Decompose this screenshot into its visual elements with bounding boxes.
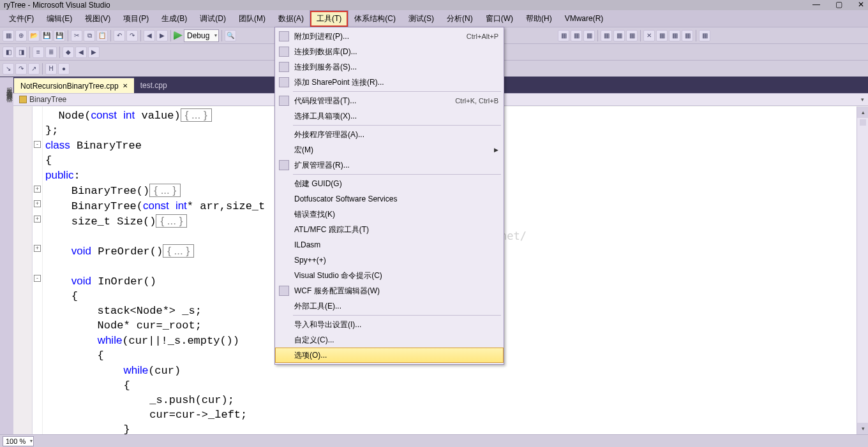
menu-vmwarer[interactable]: VMware(R) — [558, 11, 610, 26]
breakpoint-icon[interactable]: ● — [58, 63, 70, 75]
menu-item[interactable]: 外部工具(E)... — [275, 298, 504, 314]
comment-icon[interactable]: ≡ — [33, 47, 44, 58]
close-button[interactable] — [858, 0, 864, 9]
uncomment-icon[interactable]: ≣ — [45, 47, 57, 58]
fold-toggle[interactable]: + — [34, 216, 41, 223]
scroll-down-icon[interactable]: ▾ — [857, 423, 868, 434]
menu-item[interactable]: Dotfuscator Software Services — [275, 191, 504, 207]
tool-icon[interactable]: ✕ — [643, 30, 655, 41]
tab-test-cpp[interactable]: test.cpp — [134, 78, 174, 93]
menu-item-label: 代码段管理器(T)... — [294, 96, 356, 106]
menu-item[interactable]: 添加 SharePoint 连接(R)... — [275, 75, 504, 90]
new-project-icon[interactable]: ▦ — [3, 30, 14, 41]
step-out-icon[interactable]: ↗ — [28, 63, 40, 75]
menu-数据a[interactable]: 数据(A) — [272, 11, 310, 27]
save-icon[interactable]: 💾 — [41, 30, 52, 41]
tool-icon[interactable]: ▦ — [699, 30, 710, 41]
menu-item[interactable]: Spy++(+) — [275, 253, 504, 268]
fold-toggle[interactable]: - — [34, 141, 41, 148]
tool-icon[interactable]: ▦ — [583, 30, 595, 41]
tool-icon[interactable]: ▦ — [613, 30, 625, 41]
menu-团队m[interactable]: 团队(M) — [232, 11, 272, 27]
menu-item[interactable]: ILDasm — [275, 237, 504, 253]
tool-icon[interactable]: ▦ — [682, 30, 693, 41]
indent-more-icon[interactable]: ◨ — [15, 47, 27, 58]
nav-back-icon[interactable]: ◀ — [144, 30, 155, 41]
paste-icon[interactable]: 📋 — [96, 30, 108, 41]
menu-帮助h[interactable]: 帮助(H) — [520, 11, 558, 27]
menu-视图v[interactable]: 视图(V) — [79, 11, 117, 27]
menu-item[interactable]: 连接到服务器(S)... — [275, 59, 504, 75]
menu-调试d[interactable]: 调试(D) — [193, 11, 232, 27]
menu-工具t[interactable]: 工具(T) — [310, 11, 348, 27]
menu-item[interactable]: 选项(O)... — [275, 348, 504, 363]
separator — [29, 47, 30, 58]
menu-文件f[interactable]: 文件(F) — [3, 11, 40, 27]
vertical-scrollbar[interactable]: ▴ ▾ — [857, 106, 868, 434]
start-debug-icon[interactable] — [174, 31, 183, 40]
menu-item[interactable]: 扩展管理器(R)... — [275, 158, 504, 173]
add-icon[interactable]: ⊕ — [15, 30, 27, 41]
bookmark-next-icon[interactable]: ▶ — [88, 47, 100, 58]
menu-测试s[interactable]: 测试(S) — [402, 11, 440, 27]
zoom-dropdown[interactable]: 100 % — [3, 436, 34, 446]
fold-toggle[interactable]: + — [34, 200, 41, 207]
menu-item[interactable]: 选择工具箱项(X)... — [275, 108, 504, 124]
menu-体系结构c[interactable]: 体系结构(C) — [348, 11, 402, 27]
copy-icon[interactable]: ⧉ — [84, 30, 95, 41]
step-in-icon[interactable]: ↘ — [3, 63, 14, 75]
menu-item[interactable]: 宏(M)▶ — [275, 142, 504, 158]
save-all-icon[interactable]: 💾 — [54, 30, 65, 41]
scroll-up-icon[interactable]: ▴ — [857, 106, 868, 118]
menu-item[interactable]: 附加到进程(P)...Ctrl+Alt+P — [275, 29, 504, 44]
fold-toggle[interactable]: + — [34, 186, 41, 193]
menu-item[interactable]: 导入和导出设置(I)... — [275, 317, 504, 332]
open-icon[interactable]: 📂 — [28, 30, 40, 41]
fold-column: -++++- — [33, 106, 43, 434]
menu-item[interactable]: 外接程序管理器(A)... — [275, 127, 504, 142]
menu-item-label: 扩展管理器(R)... — [294, 160, 350, 171]
menu-item[interactable]: 错误查找(K) — [275, 207, 504, 222]
fold-toggle[interactable]: + — [34, 245, 41, 252]
tool-icon[interactable]: ▦ — [626, 30, 638, 41]
hex-icon[interactable]: H — [45, 63, 57, 75]
menu-item-label: 连接到服务器(S)... — [294, 62, 357, 73]
config-dropdown[interactable]: Debug — [184, 29, 219, 42]
nav-fwd-icon[interactable]: ▶ — [156, 30, 168, 41]
bookmark-prev-icon[interactable]: ◀ — [75, 47, 87, 58]
split-handle[interactable] — [860, 119, 866, 126]
side-panel-tab[interactable]: 服务器资源管理器 — [0, 77, 13, 434]
tab-notrecursionbinarytree-cpp[interactable]: NotRecursionBinaryTree.cpp✕ — [14, 78, 134, 93]
menu-item[interactable]: 自定义(C)... — [275, 332, 504, 348]
bookmark-icon[interactable]: ◆ — [63, 47, 74, 58]
menu-item[interactable]: Visual Studio 命令提示(C) — [275, 268, 504, 283]
menu-item[interactable]: WCF 服务配置编辑器(W) — [275, 283, 504, 298]
menu-item[interactable]: 代码段管理器(T)...Ctrl+K, Ctrl+B — [275, 93, 504, 108]
close-icon[interactable]: ✕ — [123, 82, 128, 89]
minimize-button[interactable] — [812, 0, 820, 9]
fold-toggle[interactable]: - — [34, 275, 41, 282]
maximize-button[interactable] — [835, 0, 842, 9]
tool-icon[interactable]: ▦ — [656, 30, 668, 41]
cut-icon[interactable]: ✂ — [71, 30, 82, 41]
redo-icon[interactable]: ↷ — [126, 30, 138, 41]
menu-item-label: 添加 SharePoint 连接(R)... — [294, 77, 384, 88]
menu-生成b[interactable]: 生成(B) — [155, 11, 193, 27]
menu-项目p[interactable]: 项目(P) — [117, 11, 155, 27]
menu-item-label: 外接程序管理器(A)... — [294, 129, 364, 140]
menu-item[interactable]: ATL/MFC 跟踪工具(T) — [275, 222, 504, 237]
step-over-icon[interactable]: ↷ — [15, 63, 27, 75]
menu-窗口w[interactable]: 窗口(W) — [479, 11, 520, 27]
indent-less-icon[interactable]: ◧ — [3, 47, 14, 58]
menu-编辑e[interactable]: 编辑(E) — [40, 11, 79, 27]
menu-divider — [293, 174, 501, 175]
tool-icon[interactable]: ▦ — [601, 30, 612, 41]
menu-分析n[interactable]: 分析(N) — [440, 11, 479, 27]
find-icon[interactable]: 🔍 — [225, 30, 236, 41]
undo-icon[interactable]: ↶ — [114, 30, 125, 41]
menu-item[interactable]: 连接到数据库(D)... — [275, 44, 504, 59]
tool-icon[interactable]: ▦ — [558, 30, 569, 41]
tool-icon[interactable]: ▦ — [669, 30, 680, 41]
menu-item[interactable]: 创建 GUID(G) — [275, 176, 504, 191]
tool-icon[interactable]: ▦ — [571, 30, 582, 41]
